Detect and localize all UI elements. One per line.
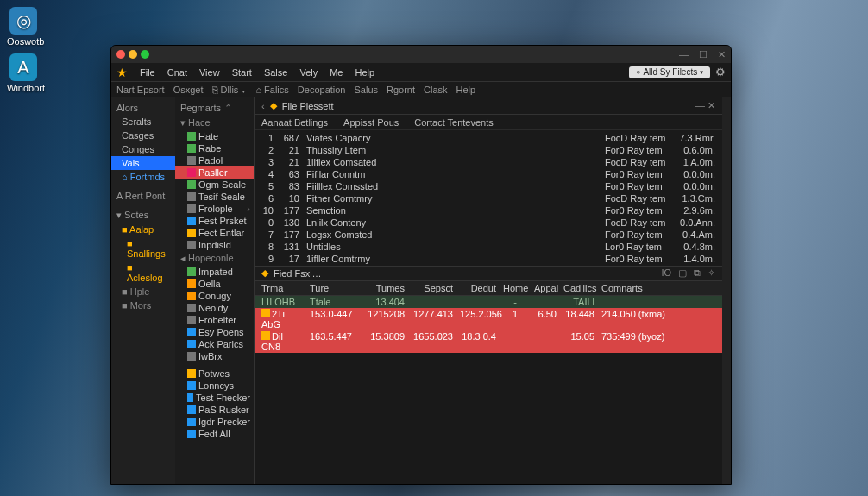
star-icon[interactable]: ★ bbox=[116, 66, 128, 79]
col-h[interactable]: Home bbox=[500, 283, 531, 293]
tree-item[interactable]: IwBrx bbox=[175, 350, 254, 362]
tree-item[interactable]: Inpdisld bbox=[175, 239, 254, 251]
nav-folder[interactable]: ■ Mors bbox=[111, 298, 175, 312]
gear-icon[interactable]: ⚙ bbox=[715, 66, 726, 78]
col-h[interactable]: Cadillcs bbox=[560, 283, 598, 293]
col-h[interactable]: Comnarts bbox=[598, 283, 719, 293]
tree-item[interactable]: Ack Parics bbox=[175, 338, 254, 350]
list-row[interactable]: 463Fifllar ConntmFor0 Ray tem0.0.0m. bbox=[255, 168, 722, 180]
list-row[interactable]: 221Thusslry LtemFor0 Ray tem0.6.0m. bbox=[255, 144, 722, 156]
maximize-icon[interactable]: ☐ bbox=[699, 49, 708, 60]
col-h[interactable]: Appal bbox=[531, 283, 560, 293]
tool-item[interactable]: Clask bbox=[424, 85, 448, 95]
tool-item[interactable]: ⌂ Falics bbox=[255, 85, 288, 95]
tree-item[interactable]: Oella bbox=[175, 278, 254, 290]
tool-item[interactable]: Help bbox=[456, 85, 476, 95]
tree-item[interactable]: Conugy bbox=[175, 290, 254, 302]
nav-folder[interactable]: ■ Snallings bbox=[111, 236, 175, 261]
subtab[interactable]: Appisst Pous bbox=[343, 117, 399, 128]
tree-item[interactable]: Ogm Seale bbox=[175, 179, 254, 191]
tree-section[interactable]: ▾ Hace bbox=[175, 116, 254, 130]
maximize-button[interactable] bbox=[141, 50, 149, 59]
menu-me[interactable]: Me bbox=[330, 67, 343, 78]
list-row[interactable]: 1687Viates CapacryFocD Ray tem7.3.Rmr. bbox=[255, 132, 722, 144]
list-row[interactable]: 3211iiflex ComsatedFocD Ray tem1 A.0m. bbox=[255, 156, 722, 168]
tool-item[interactable]: Nart Epsort bbox=[116, 85, 165, 95]
nav-heading[interactable]: ▾ Sotes bbox=[111, 208, 175, 223]
tree-item[interactable]: Fect Entlar bbox=[175, 227, 254, 239]
titlebar[interactable]: — ☐ ✕ bbox=[111, 46, 731, 63]
desktop-icon[interactable]: ◎ Ooswotb bbox=[7, 7, 40, 47]
nav-folder[interactable]: ■ Aalap bbox=[111, 223, 175, 236]
tree-item[interactable]: Pasller bbox=[175, 166, 254, 179]
tab-title[interactable]: File Plessett bbox=[282, 101, 334, 111]
tree-item[interactable]: Padol bbox=[175, 154, 254, 166]
menu-file[interactable]: File bbox=[140, 67, 155, 78]
tool-icon[interactable]: ▢ bbox=[678, 267, 687, 279]
subtab[interactable]: Cortact Tentevents bbox=[414, 117, 494, 128]
col-h[interactable]: Trma bbox=[258, 283, 306, 293]
filter-button[interactable]: ⌖ Alld Sy Filects ▾ bbox=[629, 66, 710, 78]
chevron-icon[interactable]: ⌃ bbox=[224, 103, 232, 114]
menu-salse[interactable]: Salse bbox=[264, 67, 288, 78]
tree-item[interactable]: Fedt All bbox=[175, 428, 254, 440]
tree-item[interactable]: Tesif Seale bbox=[175, 191, 254, 203]
list-row[interactable]: 9171ifller ComtrmyFor0 Ray tem1.4.0m. bbox=[255, 253, 722, 265]
list-row[interactable]: 8131UntidlesLor0 Ray tem0.4.8m. bbox=[255, 241, 722, 253]
nav-item[interactable]: Casges bbox=[111, 129, 175, 142]
menu-help[interactable]: Help bbox=[355, 67, 374, 78]
tree-item[interactable]: Esy Poens bbox=[175, 326, 254, 338]
tree-item[interactable]: Frobelter bbox=[175, 314, 254, 326]
nav-folder[interactable]: ■ Hple bbox=[111, 285, 175, 298]
close-icon[interactable]: ✕ bbox=[718, 49, 726, 60]
menu-view[interactable]: View bbox=[199, 67, 220, 78]
minimize-icon[interactable]: — bbox=[679, 49, 689, 60]
grid-row[interactable]: Dil CN8163.5.44715.38091655.02318.3 0.41… bbox=[255, 330, 722, 353]
close-button[interactable] bbox=[116, 50, 125, 59]
tree-item[interactable]: Potwes bbox=[175, 367, 254, 380]
grid-row[interactable]: 2Ti AbG153.0-44712152081277.413125.2.056… bbox=[255, 308, 722, 330]
tool-icon[interactable]: ⧉ bbox=[694, 267, 701, 279]
menu-start[interactable]: Start bbox=[232, 67, 252, 78]
scrollbar[interactable] bbox=[722, 97, 731, 484]
col-h[interactable]: Ture bbox=[306, 283, 358, 293]
tree-section[interactable]: ◂ Hopeconle bbox=[175, 251, 254, 266]
subtab[interactable]: Aanaat Betlings bbox=[261, 117, 328, 128]
list-row[interactable]: 0130Lnlilx ContenyFocD Ray tem0.0.Ann. bbox=[255, 217, 722, 229]
tool-icon[interactable]: IO bbox=[661, 267, 671, 279]
menu-vely[interactable]: Vely bbox=[299, 67, 318, 78]
col-h[interactable]: Dedut bbox=[456, 283, 500, 293]
desktop-icon[interactable]: A Windbort bbox=[7, 53, 40, 93]
minimize-button[interactable] bbox=[129, 50, 137, 59]
tree-item[interactable]: Rabe bbox=[175, 142, 254, 154]
nav-item-selected[interactable]: Vals bbox=[111, 156, 175, 170]
list-row[interactable]: 610Fither CorntmryFocD Ray tem1.3.Cm. bbox=[255, 192, 722, 204]
list-row[interactable]: 7177Logsx ComstedFor0 Ray tem0.4.Am. bbox=[255, 229, 722, 241]
nav-item[interactable]: Seralts bbox=[111, 115, 175, 129]
tree-item[interactable]: Frolople› bbox=[175, 203, 254, 215]
find-label[interactable]: Fied Fsxl… bbox=[274, 268, 322, 279]
tool-icon[interactable]: ✧ bbox=[708, 267, 715, 279]
chevron-left-icon[interactable]: ‹ bbox=[261, 101, 265, 111]
tree-item[interactable]: Hate bbox=[175, 130, 254, 142]
nav-item-active[interactable]: ⌂ Fortmds bbox=[111, 170, 175, 184]
col-h[interactable]: Sepsct bbox=[408, 283, 456, 293]
tool-item[interactable]: Decopation bbox=[298, 85, 346, 95]
list-row[interactable]: 10177SemctionFor0 Ray tem2.9.6m. bbox=[255, 204, 722, 217]
list-row[interactable]: 583Fiilllex ComsstedFor0 Ray tem0.0.0m. bbox=[255, 180, 722, 192]
tree-item[interactable]: Neoldy bbox=[175, 302, 254, 314]
col-h[interactable]: Tumes bbox=[358, 283, 408, 293]
tree-item[interactable]: Lonncys bbox=[175, 380, 254, 392]
tool-item[interactable]: Salus bbox=[354, 85, 378, 95]
data-list[interactable]: 1687Viates CapacryFocD Ray tem7.3.Rmr.22… bbox=[255, 130, 722, 266]
tree-item[interactable]: Fest Prsket bbox=[175, 215, 254, 227]
tool-item[interactable]: ⎘ Dllis ▾ bbox=[212, 85, 248, 95]
close-icon[interactable]: — ✕ bbox=[695, 100, 715, 111]
tree-item[interactable]: Igdr Precker bbox=[175, 416, 254, 428]
tree-item[interactable]: PaS Rusker bbox=[175, 404, 254, 416]
menu-cnat[interactable]: Cnat bbox=[167, 67, 187, 78]
tool-item[interactable]: Rgornt bbox=[387, 85, 415, 95]
nav-item[interactable]: Conges bbox=[111, 142, 175, 156]
nav-folder[interactable]: ■ Acleslog bbox=[111, 261, 175, 285]
tree-item[interactable]: Test Fhecker bbox=[175, 392, 254, 404]
